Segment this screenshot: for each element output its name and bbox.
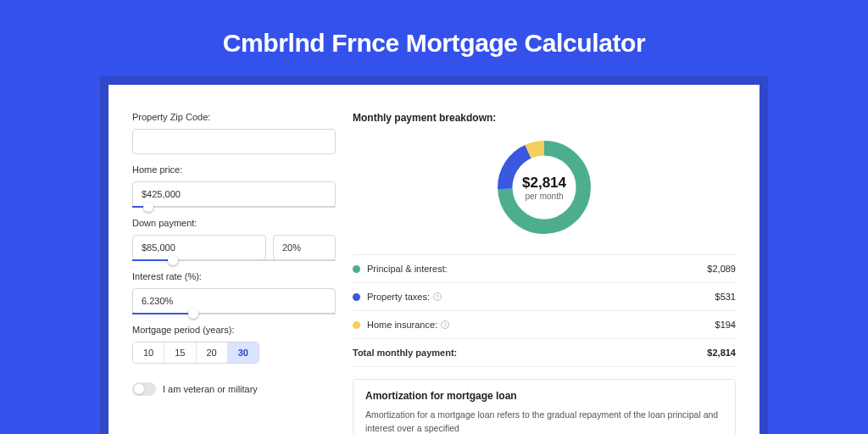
period-option-15[interactable]: 15 <box>164 342 196 363</box>
interest-rate-slider[interactable] <box>132 313 336 314</box>
amortization-title: Amortization for mortgage loan <box>365 390 723 402</box>
home-price-input[interactable] <box>132 181 336 207</box>
period-option-30[interactable]: 30 <box>228 342 259 363</box>
legend-row-principal: Principal & interest: $2,089 <box>353 255 736 283</box>
slider-fill <box>132 313 193 314</box>
inputs-column: Property Zip Code: Home price: Down paym… <box>132 112 336 434</box>
down-payment-pct-input[interactable] <box>273 235 336 260</box>
mortgage-period-label: Mortgage period (years): <box>132 325 336 335</box>
zip-label: Property Zip Code: <box>132 112 336 122</box>
legend-amount: $531 <box>715 292 736 302</box>
legend-row-insurance: Home insurance: ? $194 <box>353 311 736 339</box>
veteran-toggle[interactable] <box>132 382 156 396</box>
legend-row-taxes: Property taxes: ? $531 <box>353 283 736 311</box>
period-option-10[interactable]: 10 <box>133 342 164 363</box>
down-payment-input[interactable] <box>132 235 266 260</box>
legend-total-amount: $2,814 <box>707 348 736 358</box>
calculator-panel: Property Zip Code: Home price: Down paym… <box>108 85 760 434</box>
legend-total-label: Total monthly payment: <box>353 348 707 358</box>
interest-rate-label: Interest rate (%): <box>132 271 336 281</box>
interest-rate-input[interactable] <box>132 288 336 314</box>
page-title: Cmbrlnd Frnce Mortgage Calculator <box>223 29 646 58</box>
donut-sub-label: per month <box>525 192 563 201</box>
results-column: Monthly payment breakdown: $2,814 per mo… <box>353 112 736 434</box>
amortization-card: Amortization for mortgage loan Amortizat… <box>353 379 736 434</box>
legend-amount: $2,089 <box>707 264 736 274</box>
slider-thumb[interactable] <box>188 309 198 319</box>
home-price-label: Home price: <box>132 164 336 175</box>
info-icon[interactable]: ? <box>433 292 442 301</box>
amortization-text: Amortization for a mortgage loan refers … <box>365 409 723 434</box>
legend-row-total: Total monthly payment: $2,814 <box>353 339 736 367</box>
legend-label: Property taxes: ? <box>367 292 715 302</box>
breakdown-title: Monthly payment breakdown: <box>353 112 736 124</box>
down-payment-slider[interactable] <box>132 259 336 261</box>
payment-donut-chart: $2,814 per month <box>492 136 596 239</box>
info-icon[interactable]: ? <box>441 320 449 329</box>
breakdown-legend: Principal & interest: $2,089 Property ta… <box>353 254 736 367</box>
veteran-label: I am veteran or military <box>163 384 258 394</box>
mortgage-period-group: 10 15 20 30 <box>132 342 259 364</box>
legend-dot <box>353 293 360 301</box>
toggle-knob <box>134 384 144 394</box>
legend-label: Home insurance: ? <box>367 320 715 330</box>
slider-thumb[interactable] <box>168 255 178 265</box>
legend-dot <box>353 321 360 329</box>
donut-total-value: $2,814 <box>522 175 566 192</box>
legend-label: Principal & interest: <box>367 264 707 274</box>
zip-input[interactable] <box>132 129 336 154</box>
panel-shadow: Property Zip Code: Home price: Down paym… <box>100 76 768 434</box>
slider-fill <box>132 259 173 261</box>
home-price-slider[interactable] <box>132 206 336 208</box>
down-payment-label: Down payment: <box>132 218 336 228</box>
legend-amount: $194 <box>715 320 736 330</box>
legend-dot <box>353 265 360 273</box>
slider-thumb[interactable] <box>143 202 153 212</box>
period-option-20[interactable]: 20 <box>197 342 228 363</box>
